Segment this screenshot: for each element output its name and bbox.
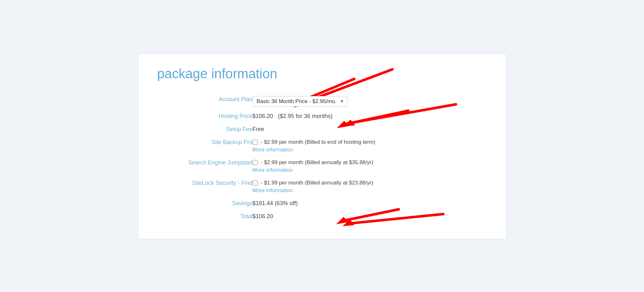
- hosting-price-detail: ($2.95 for 36 months): [278, 113, 333, 119]
- site-backup-pro-label: Site Backup Pro: [157, 136, 253, 156]
- search-engine-jumpstart-label: Search Engine Jumpstart: [157, 156, 253, 177]
- account-plan-select[interactable]: Basic 36 Month Price - $2.95/mo. Basic 2…: [253, 96, 347, 107]
- hosting-price-row: Hosting Price $106.20 ($2.95 for 36 mont…: [157, 110, 487, 123]
- package-form-table: Account Plan Basic 36 Month Price - $2.9…: [157, 93, 487, 223]
- account-plan-label: Account Plan: [157, 93, 253, 110]
- site-backup-pro-value: - $2.99 per month (Billed to end of host…: [253, 136, 487, 156]
- account-plan-value: Basic 36 Month Price - $2.95/mo. Basic 2…: [253, 93, 487, 110]
- search-engine-jumpstart-addon: - $2.99 per month (Billed annually at $3…: [253, 159, 487, 173]
- site-backup-pro-checkbox[interactable]: [253, 140, 258, 145]
- total-row: Total $106.20: [157, 210, 487, 223]
- site-backup-pro-addon: - $2.99 per month (Billed to end of host…: [253, 139, 487, 153]
- setup-fee-value: Free: [253, 123, 487, 136]
- hosting-price-amount: $106.20: [253, 113, 273, 119]
- search-engine-jumpstart-row: Search Engine Jumpstart - $2.99 per mont…: [157, 156, 487, 177]
- site-backup-pro-description: - $2.99 per month (Billed to end of host…: [261, 139, 376, 145]
- sitelock-security-checkbox[interactable]: [253, 180, 258, 185]
- search-engine-jumpstart-value: - $2.99 per month (Billed annually at $3…: [253, 156, 487, 177]
- sitelock-security-value: - $1.99 per month (Billed annually at $2…: [253, 177, 487, 197]
- sitelock-security-more-info[interactable]: More information: [253, 187, 487, 194]
- package-information-card: package information Account Plan Basic 3…: [138, 53, 506, 239]
- setup-fee-row: Setup Fee Free: [157, 123, 487, 136]
- sitelock-security-line: - $1.99 per month (Billed annually at $2…: [253, 180, 487, 186]
- hosting-price-value: $106.20 ($2.95 for 36 months): [253, 110, 487, 123]
- savings-value: $181.44 (63% off): [253, 197, 487, 210]
- search-engine-jumpstart-more-info[interactable]: More information: [253, 167, 487, 173]
- savings-label: Savings: [157, 197, 253, 210]
- total-label: Total: [157, 210, 253, 223]
- sitelock-security-description: - $1.99 per month (Billed annually at $2…: [261, 180, 373, 186]
- total-value: $106.20: [253, 210, 487, 223]
- savings-row: Savings $181.44 (63% off): [157, 197, 487, 210]
- search-engine-jumpstart-checkbox[interactable]: [253, 160, 258, 165]
- site-backup-pro-row: Site Backup Pro - $2.99 per month (Bille…: [157, 136, 487, 156]
- sitelock-security-label: SiteLock Security - Find: [157, 177, 253, 197]
- sitelock-security-addon: - $1.99 per month (Billed annually at $2…: [253, 180, 487, 194]
- sitelock-security-row: SiteLock Security - Find - $1.99 per mon…: [157, 177, 487, 197]
- account-plan-select-wrap: Basic 36 Month Price - $2.95/mo. Basic 2…: [253, 96, 347, 107]
- setup-fee-label: Setup Fee: [157, 123, 253, 136]
- site-backup-pro-line: - $2.99 per month (Billed to end of host…: [253, 139, 487, 145]
- hosting-price-label: Hosting Price: [157, 110, 253, 123]
- page-title: package information: [157, 66, 487, 81]
- search-engine-jumpstart-line: - $2.99 per month (Billed annually at $3…: [253, 159, 487, 166]
- account-plan-row: Account Plan Basic 36 Month Price - $2.9…: [157, 93, 487, 110]
- search-engine-jumpstart-description: - $2.99 per month (Billed annually at $3…: [261, 159, 373, 166]
- site-backup-pro-more-info[interactable]: More information: [253, 147, 487, 153]
